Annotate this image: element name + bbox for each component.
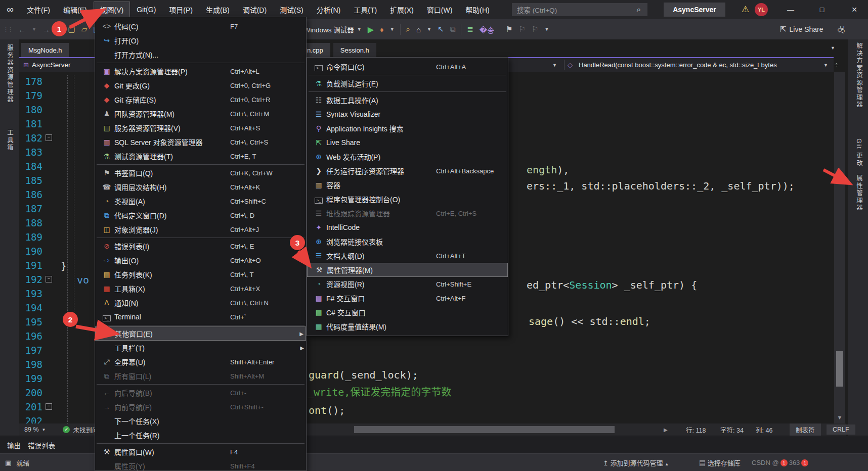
search-icon[interactable]: ⌕: [630, 5, 647, 14]
menubar-item-2[interactable]: 编辑(E): [57, 2, 94, 18]
menubar-item-9[interactable]: 分析(N): [310, 2, 347, 18]
menu-item-错误列表I[interactable]: ⊘错误列表(I)Ctrl+\, E: [95, 239, 306, 253]
toolbar-grip[interactable]: ⋮⋮: [3, 26, 12, 33]
menu-item-下一个任务X[interactable]: 下一个任务(X): [95, 414, 306, 428]
scroll-right-icon[interactable]: ▶: [664, 427, 668, 433]
menu-item-任务运行程序资源管理器[interactable]: ❯任务运行程序资源管理器Ctrl+Alt+Backsapce: [307, 164, 508, 178]
tab-server-explorer[interactable]: 服务器资源管理器: [5, 44, 15, 103]
menubar-item-13[interactable]: 帮助(H): [459, 2, 496, 18]
background-tasks-icon[interactable]: ▣: [5, 459, 11, 466]
bookmark-prev-icon[interactable]: ⚐: [519, 25, 526, 34]
live-share-icon[interactable]: ⇱: [780, 25, 787, 34]
vertical-scrollbar-thumb[interactable]: [836, 351, 843, 387]
scroll-down-icon[interactable]: ▼: [834, 414, 845, 420]
tab-git-changes[interactable]: Git 更改: [854, 138, 864, 167]
vertical-scrollbar[interactable]: ▼: [834, 72, 845, 423]
health-check-icon[interactable]: ✓: [63, 426, 70, 433]
menu-item-任务列表K[interactable]: ▤任务列表(K)Ctrl+\, T: [95, 267, 306, 281]
menu-item-代码C[interactable]: <>代码(C)F7: [95, 19, 306, 33]
hot-reload-chevron-icon[interactable]: ▼: [390, 27, 395, 32]
menu-item-数据工具操作A[interactable]: ☷数据工具操作(A): [307, 93, 508, 107]
split-editor-icon[interactable]: ÷: [835, 61, 838, 69]
menu-item-对象浏览器J[interactable]: ◫对象浏览器(J)Ctrl+Alt+J: [95, 222, 306, 237]
menu-item-所有窗口L[interactable]: ⧉所有窗口(L)Shift+Alt+M: [95, 369, 306, 383]
member-dropdown[interactable]: HandleRead(const boost::system::error_co…: [579, 61, 822, 69]
zoom-level-dropdown[interactable]: 89 %: [24, 426, 39, 433]
avatar[interactable]: YL: [755, 3, 768, 16]
menu-item-通知N[interactable]: Δ通知(N)Ctrl+\, Ctrl+N: [95, 296, 306, 310]
tab-msgnode-h[interactable]: MsgNode.h: [21, 43, 69, 57]
menubar-item-8[interactable]: 测试(S): [273, 2, 310, 18]
menu-item-测试资源管理器T[interactable]: ⚗测试资源管理器(T)Ctrl+E, T: [95, 149, 306, 163]
menu-item-负载测试运行E[interactable]: ⚗负载测试运行(E): [307, 76, 508, 90]
bookmark-chevron-icon[interactable]: ▼: [544, 27, 549, 32]
menu-item-工具栏T[interactable]: 工具栏(T)▶: [95, 341, 306, 355]
menu-item-程序包管理器控制台O[interactable]: >_程序包管理器控制台(O): [307, 192, 508, 206]
open-file-icon[interactable]: ▱: [81, 25, 88, 34]
menu-item-IntelliCode[interactable]: ✦IntelliCode: [307, 220, 508, 234]
tab-toolbox[interactable]: 工具箱: [5, 129, 15, 152]
menu-item-容器[interactable]: ▥容器: [307, 178, 508, 192]
horizontal-scrollbar-thumb[interactable]: [354, 426, 615, 433]
menu-item-Terminal[interactable]: >_TerminalCtrl+`: [95, 310, 306, 324]
menubar-item-4[interactable]: Git(G): [130, 3, 162, 17]
tab-property-manager[interactable]: 属性管理器: [854, 175, 864, 212]
back-dropdown-icon[interactable]: ▼: [32, 27, 36, 32]
menu-item-向前导航F[interactable]: →向前导航(F)Ctrl+Shift+-: [95, 400, 306, 414]
menubar-item-7[interactable]: 调试(D): [236, 2, 273, 18]
menu-item-命令窗口C[interactable]: >_命令窗口(C)Ctrl+Alt+A: [307, 60, 508, 74]
menu-item-其他窗口E[interactable]: 其他窗口(E)▶: [95, 326, 306, 341]
menu-item-调用层次结构H[interactable]: ☎调用层次结构(H)Ctrl+Alt+K: [95, 180, 306, 194]
tab-list-chevron-icon[interactable]: ▼: [831, 45, 835, 51]
cursor-select-icon[interactable]: ↖: [438, 25, 444, 34]
live-share-button[interactable]: Live Share: [790, 25, 823, 33]
home-window-icon[interactable]: ⌂: [416, 25, 421, 34]
menu-item-代码度量值结果M[interactable]: ▦代码度量值结果(M): [307, 319, 508, 334]
bookmark-next-icon[interactable]: ⚐: [532, 25, 538, 34]
menubar-item-1[interactable]: 文件(F): [20, 2, 57, 18]
menubar-item-10[interactable]: 工具(T): [347, 2, 383, 18]
tab-solution-explorer[interactable]: 解决方案资源管理器: [854, 42, 864, 109]
menu-item-Git更改G[interactable]: ◆Git 更改(G)Ctrl+0, Ctrl+G: [95, 78, 306, 92]
feedback-icon[interactable]: 🗫: [838, 25, 845, 34]
find-in-files-icon[interactable]: ⌕: [406, 25, 410, 34]
navigate-forward-icon[interactable]: →: [42, 25, 50, 34]
menu-item-ApplicationI[interactable]: ⚲Application Insights 搜索: [307, 121, 508, 135]
tab-session-h[interactable]: Session.h: [333, 43, 376, 57]
search-input[interactable]: 搜索 (Ctrl+Q) ⌕: [512, 3, 647, 16]
maximize-button[interactable]: □: [810, 0, 834, 19]
indent-increase-icon[interactable]: �송: [480, 24, 494, 35]
start-debug-icon[interactable]: ▶: [368, 25, 374, 34]
menu-item-浏览器链接仪表板[interactable]: ⊕浏览器链接仪表板: [307, 234, 508, 249]
menubar-item-6[interactable]: 生成(B): [199, 2, 236, 18]
menu-item-打开O[interactable]: ↪打开(O): [95, 33, 306, 48]
menubar-item-5[interactable]: 项目(P): [162, 2, 199, 18]
indent-decrease-icon[interactable]: ≣: [467, 25, 473, 34]
menubar-item-3[interactable]: 视图(V): [94, 2, 131, 18]
add-to-source-control-button[interactable]: ↥ 添加到源代码管理 ▲: [603, 458, 669, 467]
fold-toggle-icon[interactable]: −: [46, 276, 52, 282]
menu-item-LiveShare[interactable]: ⇱Live Share: [307, 135, 508, 150]
bookmark-toggle-icon[interactable]: ⚑: [506, 25, 512, 34]
copy-code-icon[interactable]: ⧉: [450, 25, 456, 34]
menu-item-资源视图R[interactable]: ◔资源视图(R)Ctrl+Shift+E: [307, 277, 508, 291]
tabs-mode-button[interactable]: 制表符: [790, 423, 821, 436]
eol-mode-button[interactable]: CRLF: [827, 425, 855, 435]
menu-item-书签窗口Q[interactable]: ⚑书签窗口(Q)Ctrl+K, Ctrl+W: [95, 166, 306, 180]
menu-item-属性管理器M[interactable]: ⚒属性管理器(M): [307, 263, 508, 277]
menu-item-堆栈跟踪资源管理器[interactable]: ☰堆栈跟踪资源管理器Ctrl+E, Ctrl+S: [307, 206, 508, 220]
fold-toggle-icon[interactable]: −: [46, 403, 52, 410]
minimize-button[interactable]: —: [779, 0, 802, 19]
type-dropdown-chevron-icon[interactable]: ▼: [552, 63, 557, 68]
tab-output[interactable]: 输出: [7, 440, 21, 450]
menu-item-F交互窗口[interactable]: ▤F# 交互窗口Ctrl+Alt+F: [307, 291, 508, 305]
select-repository-button[interactable]: ▤ 选择存储库: [699, 458, 741, 467]
menu-item-Git存储库S[interactable]: ◆Git 存储库(S)Ctrl+0, Ctrl+R: [95, 92, 306, 107]
menu-item-打开方式N[interactable]: 打开方式(N)...: [95, 48, 306, 62]
menu-item-输出O[interactable]: ⇨输出(O)Ctrl+Alt+O: [95, 253, 306, 267]
menu-item-代码定义窗口D[interactable]: ⧉代码定义窗口(D)Ctrl+\, D: [95, 208, 306, 222]
menu-item-SQLServer对象资[interactable]: ▥SQL Server 对象资源管理器Ctrl+\, Ctrl+S: [95, 135, 306, 149]
menu-item-属性窗口W[interactable]: ⚒属性窗口(W)F4: [95, 445, 306, 459]
menu-item-解决方案资源管理器P[interactable]: ▣解决方案资源管理器(P)Ctrl+Alt+L: [95, 64, 306, 78]
menu-item-向后导航B[interactable]: ←向后导航(B)Ctrl+-: [95, 386, 306, 400]
